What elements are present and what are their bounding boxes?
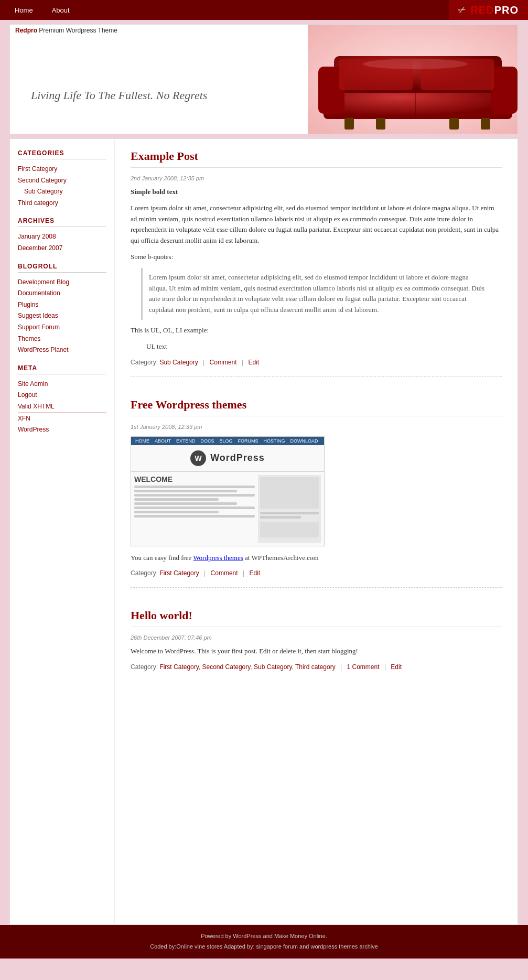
- post-example-lists: UL text: [141, 341, 502, 352]
- post-wp-themes-title: Free Wordpress themes: [131, 398, 502, 412]
- wp-nav-forums: FORUMS: [238, 438, 258, 444]
- wp-right-image-2: [260, 522, 319, 537]
- wp-nav-hosting: HOSTING: [264, 438, 285, 444]
- breadcrumb: Redpro Premium Wordpress Theme: [15, 27, 117, 34]
- category-label-2: Category:: [131, 569, 158, 577]
- post-example-date: 2nd January 2008, 12:35 pm: [131, 175, 502, 181]
- wordpress-themes-link[interactable]: Wordpress themes: [193, 554, 243, 562]
- post-wp-themes-category-link[interactable]: First Category: [159, 569, 199, 577]
- category-label: Category:: [131, 359, 158, 366]
- post-hello-world-title-link[interactable]: Hello world!: [131, 609, 192, 622]
- post-title-divider: [131, 167, 502, 168]
- sidebar-item-suggest-ideas[interactable]: Suggest Ideas: [18, 310, 106, 322]
- sofa-image: [308, 25, 518, 134]
- meta-title: META: [18, 364, 106, 374]
- footer-line-2: Coded by:Online vine stores Adapted by: …: [6, 942, 522, 952]
- logo-text: REDPRO: [470, 4, 519, 16]
- site-tagline: Living Life To The Fullest. No Regrets: [31, 89, 207, 102]
- sidebar-item-documentation[interactable]: Documentation: [18, 288, 106, 299]
- sidebar-item-xfn[interactable]: XFN: [18, 413, 106, 425]
- categories-title: CATEGORIES: [18, 149, 106, 159]
- wp-right-text-1: [260, 512, 319, 514]
- sidebar-item-wordpress[interactable]: WordPress: [18, 424, 106, 436]
- svg-rect-10: [449, 118, 459, 130]
- svg-rect-9: [376, 118, 385, 130]
- wp-logo-icon: W: [190, 450, 206, 466]
- wp-right-image-1: [260, 477, 319, 509]
- caption-text: You can easy find free: [131, 554, 191, 562]
- wp-text-line-1: [134, 486, 255, 488]
- ul-item: UL text: [146, 341, 502, 352]
- post-hello-cat2-link[interactable]: Second Category: [202, 663, 251, 671]
- post-example-bquote-label: Some b-quotes:: [131, 252, 502, 263]
- wp-nav-extend: EXTEND: [176, 438, 196, 444]
- post-example-edit-link[interactable]: Edit: [248, 359, 259, 366]
- post-example-body: Lorem ipsum dolor sit amet, consectetur …: [131, 203, 502, 246]
- sidebar-item-site-admin[interactable]: Site Admin: [18, 379, 106, 390]
- post-example-list-label: This is UL, OL, LI example:: [131, 325, 502, 336]
- sidebar-item-plugins[interactable]: Plugins: [18, 299, 106, 311]
- post-wp-themes: Free Wordpress themes 1st January 2008, …: [131, 398, 502, 588]
- post-hello-divider: [131, 627, 502, 627]
- sidebar-item-first-category[interactable]: First Category: [18, 164, 106, 175]
- brand-name: Redpro: [15, 27, 37, 34]
- sidebar: CATEGORIES First Category Second Categor…: [10, 139, 115, 924]
- post-hello-world-meta: Category: First Category, Second Categor…: [131, 663, 502, 671]
- post-hello-cat4-link[interactable]: Third category: [295, 663, 336, 671]
- sidebar-item-january-2008[interactable]: January 2008: [18, 231, 106, 243]
- sidebar-item-third-category[interactable]: Third category: [18, 198, 106, 209]
- post-wp-themes-title-link[interactable]: Free Wordpress themes: [131, 398, 246, 411]
- post-hello-world-body: Welcome to WordPress. This is your first…: [131, 646, 502, 657]
- post-example-bold-intro: Simple bold text: [131, 187, 502, 198]
- wp-logo-text: WordPress: [210, 453, 265, 464]
- caption-rest: at WPThemesArchive.com: [245, 554, 319, 562]
- post-hello-cat1-link[interactable]: First Category: [159, 663, 198, 671]
- sidebar-item-second-category[interactable]: Second Category: [18, 175, 106, 187]
- sidebar-item-development-blog[interactable]: Development Blog: [18, 277, 106, 288]
- sidebar-item-themes[interactable]: Themes: [18, 333, 106, 345]
- post-wp-themes-content: You can easy find free Wordpress themes …: [131, 553, 502, 564]
- svg-rect-4: [491, 67, 518, 114]
- post-hello-world-edit-link[interactable]: Edit: [391, 663, 402, 671]
- post-example-category-link[interactable]: Sub Category: [159, 359, 198, 366]
- wp-nav-download: DOWNLOAD: [290, 438, 318, 444]
- wp-logo-area: W WordPress: [131, 445, 324, 472]
- wordpress-screenshot: HOME ABOUT EXTEND DOCS BLOG FORUMS HOSTI…: [131, 436, 325, 546]
- wp-nav-bar: HOME ABOUT EXTEND DOCS BLOG FORUMS HOSTI…: [131, 437, 324, 445]
- site-footer: Powered by WordPress and Make Money Onli…: [0, 925, 528, 959]
- post-wp-themes-divider: [131, 416, 502, 416]
- post-wp-themes-edit-link[interactable]: Edit: [249, 569, 260, 577]
- archives-title: ARCHIVES: [18, 217, 106, 227]
- nav-about-link[interactable]: About: [42, 6, 79, 14]
- scissors-icon: ✂: [456, 3, 469, 17]
- post-hello-cat3-link[interactable]: Sub Category: [254, 663, 292, 671]
- post-hello-world: Hello world! 26th December 2007, 07:46 p…: [131, 609, 502, 681]
- sidebar-item-wordpress-planet[interactable]: WordPress Planet: [18, 344, 106, 356]
- breadcrumb-rest: Premium Wordpress Theme: [37, 27, 117, 34]
- sidebar-item-december-2007[interactable]: December 2007: [18, 243, 106, 254]
- header-banner: Redpro Premium Wordpress Theme Living Li…: [9, 24, 518, 134]
- svg-rect-8: [344, 118, 354, 130]
- footer-line-1: Powered by WordPress and Make Money Onli…: [6, 931, 522, 942]
- top-navigation: Home About ✂ REDPRO: [0, 0, 528, 20]
- svg-point-12: [363, 59, 468, 69]
- post-example-comment-link[interactable]: Comment: [210, 359, 237, 366]
- nav-home-link[interactable]: Home: [5, 6, 42, 14]
- post-example-title-link[interactable]: Example Post: [131, 149, 198, 163]
- wp-content-area: WELCOME: [131, 472, 324, 546]
- post-example-meta: Category: Sub Category | Comment | Edit: [131, 359, 502, 366]
- post-example-title: Example Post: [131, 149, 502, 163]
- wp-left-panel: WELCOME: [134, 475, 255, 543]
- svg-rect-11: [481, 118, 490, 130]
- sidebar-item-valid-xhtml[interactable]: Valid XHTML: [18, 401, 106, 413]
- wp-text-line-8: [134, 515, 255, 518]
- sidebar-item-sub-category[interactable]: Sub Category: [18, 186, 106, 198]
- post-hello-world-comment-link[interactable]: 1 Comment: [347, 663, 380, 671]
- wp-text-line-4: [134, 498, 219, 501]
- blogroll-title: BLOGROLL: [18, 263, 106, 273]
- sidebar-item-logout[interactable]: Logout: [18, 390, 106, 401]
- wp-text-line-3: [134, 494, 255, 497]
- sidebar-item-support-forum[interactable]: Support Forum: [18, 322, 106, 333]
- main-wrapper: CATEGORIES First Category Second Categor…: [9, 138, 518, 925]
- post-wp-themes-comment-link[interactable]: Comment: [211, 569, 238, 577]
